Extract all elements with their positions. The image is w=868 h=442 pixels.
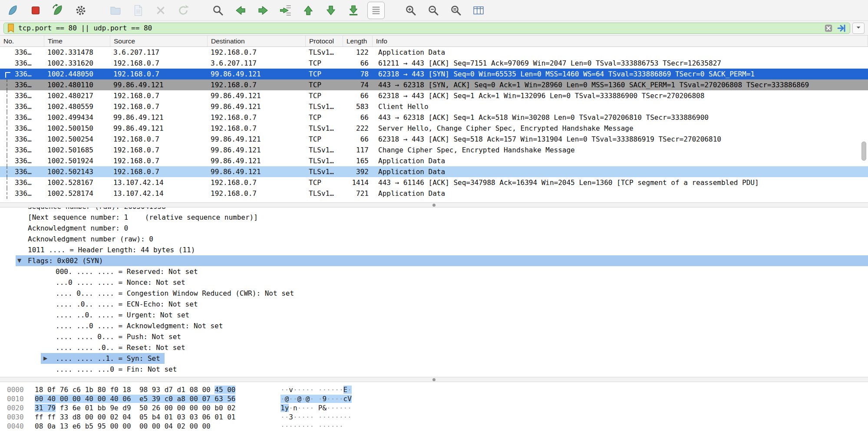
packet-row[interactable]: 336…1002.52817413.107.42.14192.168.0.7TL… (0, 188, 868, 199)
auto-scroll-button[interactable] (367, 2, 385, 19)
stream-line-marker-icon (7, 188, 7, 199)
detail-row[interactable]: [Next sequence number: 1 (relative seque… (0, 212, 868, 223)
go-previous-packet-button[interactable] (232, 2, 249, 19)
stop-capture-icon (29, 4, 42, 17)
packet-row[interactable]: 336…1002.50015099.86.49.121192.168.0.7TL… (0, 123, 868, 134)
details-bytes-splitter[interactable] (0, 377, 868, 382)
find-packet-icon (211, 4, 224, 17)
filter-apply-icon[interactable] (837, 23, 846, 33)
packet-row[interactable]: 336…1002.448050192.168.0.799.86.49.121TC… (0, 69, 868, 79)
zoom-in-button[interactable] (402, 2, 419, 19)
splitter-handle-icon (432, 204, 436, 207)
detail-row[interactable]: ▼Flags: 0x002 (SYN) (0, 255, 868, 266)
packet-row[interactable]: 336…1002.52816713.107.42.14192.168.0.7TC… (0, 177, 868, 188)
packet-row[interactable]: 336…1002.49943499.86.49.121192.168.0.7TC… (0, 112, 868, 123)
detail-row[interactable]: 1011 .... = Header Length: 44 bytes (11) (0, 244, 868, 255)
packet-row[interactable]: 336…1002.500254192.168.0.799.86.49.121TC… (0, 134, 868, 145)
detail-row[interactable]: .... .0.. .... = ECN-Echo: Not set (0, 299, 868, 310)
column-header-destination[interactable]: Destination (208, 36, 306, 46)
packet-list-header: No.TimeSourceDestinationProtocolLengthIn… (0, 36, 868, 47)
column-header-protocol[interactable]: Protocol (306, 36, 343, 46)
detail-row[interactable]: 000. .... .... = Reserved: Not set (0, 266, 868, 277)
detail-row[interactable]: Sequence number (raw): 2605041958 (0, 208, 868, 212)
close-capture-file-icon (154, 4, 167, 17)
packet-row[interactable]: 336…1002.480559192.168.0.799.86.49.121TL… (0, 101, 868, 112)
save-capture-file-button (129, 2, 147, 19)
filter-clear-icon[interactable] (824, 24, 833, 33)
start-capture-button[interactable] (4, 2, 22, 19)
go-next-packet-button[interactable] (254, 2, 272, 19)
packet-row[interactable]: 336…1002.501924192.168.0.799.86.49.121TL… (0, 155, 868, 166)
packet-row[interactable]: 336…1002.48011099.86.49.121192.168.0.7TC… (0, 79, 868, 90)
restart-capture-button[interactable] (50, 2, 67, 19)
go-to-packet-button[interactable] (277, 2, 294, 19)
detail-row-text: Acknowledgment number (raw): 0 (28, 234, 153, 244)
resize-columns-button[interactable] (470, 2, 487, 19)
detail-row[interactable]: .... ...0 .... = Acknowledgment: Not set (0, 320, 868, 331)
hex-dump-row[interactable]: 002031 79 f3 6e 01 bb 9e d9 50 26 00 00 … (0, 403, 868, 412)
list-details-splitter[interactable] (0, 202, 868, 208)
packet-row[interactable]: 336…1002.331620192.168.0.73.6.207.117TCP… (0, 58, 868, 69)
detail-row[interactable]: ▶.... .... ..1. = Syn: Set (0, 353, 868, 364)
detail-row[interactable]: .... 0... .... = Congestion Window Reduc… (0, 288, 868, 299)
display-filter-value[interactable]: tcp.port == 80 || udp.port == 80 (18, 24, 820, 32)
go-to-bottom-button[interactable] (345, 2, 362, 19)
hex-dump-row[interactable]: 001000 40 00 00 40 00 40 06 e5 39 c0 a8 … (0, 394, 868, 403)
detail-row-text: .... .... 0... = Push: Not set (56, 331, 181, 342)
restart-capture-icon (52, 4, 65, 17)
filter-bookmark-icon[interactable] (7, 23, 14, 33)
detail-row-text: .... .... ..1. = Syn: Set (41, 353, 165, 364)
hex-dump-row[interactable]: 004008 0a 13 e6 b5 95 00 00 00 00 04 02 … (0, 422, 868, 431)
packet-row[interactable]: 336…1002.480217192.168.0.799.86.49.121TC… (0, 90, 868, 101)
stream-line-marker-icon (7, 166, 7, 177)
detail-row[interactable]: .... ..0. .... = Urgent: Not set (0, 310, 868, 320)
hex-dump-pane: 000018 0f 76 c6 1b 80 f0 18 98 93 d7 d1 … (0, 382, 868, 442)
resize-columns-icon (472, 4, 485, 17)
column-header-source[interactable]: Source (110, 36, 208, 46)
hex-bytes: 08 0a 13 e6 b5 95 00 00 00 00 04 02 00 0… (35, 422, 211, 431)
hex-offset: 0040 (7, 422, 24, 431)
detail-row[interactable]: .... .... 0... = Push: Not set (0, 331, 868, 342)
detail-row[interactable]: Acknowledgment number (raw): 0 (0, 234, 868, 244)
hex-ascii: 1y·n···· P&······ (281, 403, 352, 412)
detail-row-text: .... 0... .... = Congestion Window Reduc… (56, 288, 294, 299)
go-last-packet-button[interactable] (322, 2, 340, 19)
hex-ascii: ········ ······ (281, 422, 343, 431)
detail-row[interactable]: .... .... ...0 = Fin: Not set (0, 364, 868, 375)
stream-line-marker-icon (7, 123, 7, 134)
capture-options-button[interactable] (72, 2, 89, 19)
filter-history-dropdown[interactable] (852, 23, 865, 34)
hex-offset: 0010 (7, 394, 24, 403)
packet-row[interactable]: 336…1002.501685192.168.0.799.86.49.121TL… (0, 145, 868, 155)
expander-closed-icon[interactable]: ▶ (43, 353, 47, 364)
capture-options-icon (74, 4, 87, 17)
filter-bar: tcp.port == 80 || udp.port == 80 (0, 21, 868, 36)
zoom-100-button[interactable] (447, 2, 465, 19)
save-capture-file-icon (132, 4, 145, 17)
go-first-packet-button[interactable] (300, 2, 317, 19)
packet-list-scrollbar[interactable] (861, 142, 866, 161)
column-header-time[interactable]: Time (44, 36, 110, 46)
zoom-out-button[interactable] (425, 2, 442, 19)
detail-row[interactable]: ...0 .... .... = Nonce: Not set (0, 277, 868, 288)
packet-list-pane: 336…1002.3314783.6.207.117192.168.0.7TLS… (0, 47, 868, 202)
expander-open-icon[interactable]: ▼ (17, 255, 21, 266)
hex-dump-row[interactable]: 0030ff ff 33 d8 00 00 02 04 05 b4 01 03 … (0, 412, 868, 422)
stream-line-marker-icon (7, 101, 7, 112)
start-capture-icon (7, 4, 20, 17)
stop-capture-button[interactable] (27, 2, 44, 19)
go-previous-packet-icon (234, 4, 247, 17)
main-toolbar (0, 0, 868, 21)
packet-row[interactable]: 336…1002.3314783.6.207.117192.168.0.7TLS… (0, 47, 868, 58)
packet-row[interactable]: 336…1002.502143192.168.0.799.86.49.121TL… (0, 166, 868, 177)
column-header-info[interactable]: Info (373, 36, 868, 46)
hex-dump-row[interactable]: 000018 0f 76 c6 1b 80 f0 18 98 93 d7 d1 … (0, 385, 868, 394)
column-header-length[interactable]: Length (343, 36, 373, 46)
detail-row[interactable]: .... .... .0.. = Reset: Not set (0, 342, 868, 353)
detail-row[interactable]: Acknowledgment number: 0 (0, 223, 868, 234)
detail-row-text: .... .... .0.. = Reset: Not set (56, 342, 185, 353)
column-header-no[interactable]: No. (0, 36, 44, 46)
find-packet-button[interactable] (209, 2, 227, 19)
detail-row-text: Acknowledgment number: 0 (28, 223, 128, 234)
display-filter-input[interactable]: tcp.port == 80 || udp.port == 80 (3, 23, 850, 34)
